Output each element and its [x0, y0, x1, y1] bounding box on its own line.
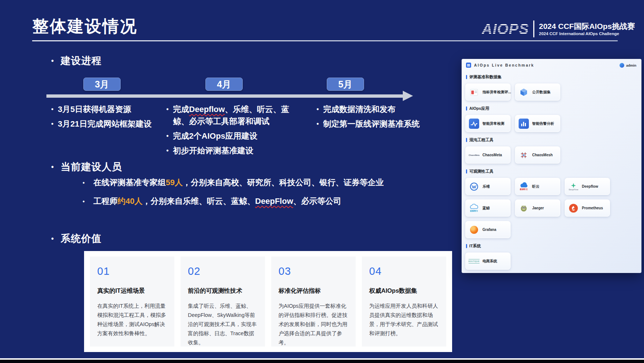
benchmark-card-chaosmesh[interactable]: ChaosMesh [515, 146, 560, 164]
section-bar-icon [466, 75, 467, 79]
section-label: AIOps应用 [466, 106, 638, 111]
list-item: 完成2个AIOps应用建设 [166, 130, 297, 142]
list-item: 完成数据清洗和发布 [317, 103, 444, 115]
card-title: 前沿的可观测性技术 [188, 287, 258, 295]
benchmark-card-public-dataset[interactable]: 公开数据集 [515, 83, 560, 101]
month-pill-may: 5月 [327, 78, 364, 91]
spellcheck-underline: Deepflow [189, 105, 225, 114]
list-item: 3月21日完成网站框架建设 [51, 118, 165, 130]
benchmark-card-prometheus[interactable]: Prometheus [565, 199, 610, 217]
aiops-benchmark-panel: AIOps Live Benchmark admin 评测基准和数据集 指标异常… [462, 59, 641, 273]
lanjing-logo-icon: 蓝鲸智云 [469, 202, 480, 214]
card-body: 在真实的IT系统上，利用流量模拟和混沌工程工具，模拟多种运维场景，测试AIOps… [97, 302, 167, 338]
spellcheck-underline: DeepFlow [255, 197, 293, 206]
section-bar-icon [466, 244, 467, 248]
metric-eval-icon [469, 86, 480, 98]
benchmark-card-ecommerce[interactable]: BOUTIQUE 电商系统 [465, 252, 511, 270]
list-item: 工程师约40人，分别来自乐维、听云、蓝鲸、DeepFlow、必示等公司 [83, 196, 384, 207]
team-list: 在线评测基准专家组59人，分别来自高校、研究所、科技公司、银行、证券等企业 工程… [83, 177, 384, 214]
month-pill-march: 3月 [83, 78, 121, 91]
panel-header: AIOps Live Benchmark admin [462, 59, 641, 69]
challenge-logo: AIOPS 2024 CCF国际AIOps挑战赛 2024 CCF Intern… [482, 20, 635, 37]
chaosmesh-logo-icon [518, 149, 529, 161]
section-bar-icon [466, 169, 467, 173]
alert-analysis-icon [518, 117, 529, 130]
app-logo-icon [466, 63, 471, 68]
lewei-logo-icon [469, 180, 480, 193]
benchmark-card-jaeger[interactable]: Jaeger [515, 199, 560, 217]
card-body: 为运维应用开发人员和科研人员提供真实的运维数据和场景，用于学术研究、产品测试和评… [369, 302, 439, 338]
list-item: 制定第一版线评测基准系统 [317, 118, 444, 130]
app-title: AIOps Live Benchmark [474, 63, 534, 67]
boutique-logo-icon: BOUTIQUE [469, 255, 480, 267]
section-label: 混沌工程工具 [466, 137, 638, 143]
section-label: 可观测性工具 [466, 169, 638, 174]
benchmark-card-grafana[interactable]: Grafana [465, 221, 511, 238]
section-label: 评测基准和数据集 [466, 74, 638, 80]
team-heading: 当前建设人员 [51, 160, 122, 173]
tingyun-logo-icon: 基调听云 [518, 180, 529, 193]
highlight-count: 59人 [166, 178, 183, 187]
value-heading: 系统价值 [51, 232, 102, 245]
list-item: 在线评测基准专家组59人，分别来自高校、研究所、科技公司、银行、证券等企业 [83, 177, 384, 189]
value-card-04: 04 权威AIOps数据集 为运维应用开发人员和科研人员提供真实的运维数据和场景… [362, 257, 446, 347]
value-card-02: 02 前沿的可观测性技术 集成了听云、乐维、蓝鲸、DeepFlow、SkyWal… [181, 257, 265, 347]
list-item: 3月5日获得机器资源 [51, 103, 165, 115]
team-heading-label: 当前建设人员 [61, 160, 122, 173]
benchmark-card-lanjing[interactable]: 蓝鲸智云 蓝鲸 [465, 199, 511, 217]
section-bar-icon [466, 138, 467, 142]
value-heading-label: 系统价值 [61, 232, 102, 245]
timeline-arrowhead-icon [403, 91, 413, 101]
logo-divider [533, 20, 534, 37]
benchmark-card-tingyun[interactable]: 基调听云 听云 [515, 178, 560, 195]
jaeger-logo-icon [518, 202, 529, 214]
progress-heading: 建设进程 [51, 54, 102, 67]
april-items: 完成Deepflow、乐维、听云、蓝鲸、必示等工具部署和调试 完成2个AIOps… [166, 103, 297, 159]
username-label: admin [626, 63, 636, 67]
list-item: 初步开始评测基准建设 [166, 145, 297, 157]
benchmark-card-anomaly-detect[interactable]: 智能异常检测 [465, 115, 511, 132]
progress-heading-label: 建设进程 [61, 54, 102, 67]
card-number: 04 [369, 265, 439, 277]
card-number: 03 [279, 265, 348, 277]
value-card-01: 01 真实的IT运维场景 在真实的IT系统上，利用流量模拟和混沌工程工具，模拟多… [90, 257, 174, 347]
section-bar-icon [466, 106, 467, 111]
list-item: 完成Deepflow、乐维、听云、蓝鲸、必示等工具部署和调试 [166, 103, 297, 127]
avatar[interactable] [620, 63, 624, 68]
bottom-bar [0, 360, 644, 363]
user-menu[interactable]: admin [620, 63, 636, 68]
month-pill-april: 4月 [205, 78, 243, 91]
value-cards-container: 01 真实的IT运维场景 在真实的IT系统上，利用流量模拟和混沌工程工具，模拟多… [84, 251, 452, 352]
anomaly-detect-icon [469, 117, 480, 130]
benchmark-card-deepflow[interactable]: DeepFlow Deepflow [565, 178, 610, 195]
march-items: 3月5日获得机器资源 3月21日完成网站框架建设 [51, 103, 165, 132]
card-number: 02 [188, 265, 258, 277]
card-title: 权威AIOps数据集 [369, 287, 439, 295]
chaosmeta-logo-icon: ChaosMeta [469, 149, 480, 161]
card-title: 标准化评估指标 [279, 287, 348, 295]
prometheus-logo-icon [568, 202, 579, 214]
may-items: 完成数据清洗和发布 制定第一版线评测基准系统 [317, 103, 444, 132]
challenge-title-cn: 2024 CCF国际AIOps挑战赛 [539, 22, 635, 31]
section-label: IT系统 [466, 243, 638, 249]
dataset-cube-icon [518, 86, 529, 98]
highlight-count: 约40人 [118, 197, 143, 206]
benchmark-card-alert-analysis[interactable]: 智能告警分析 [515, 115, 560, 132]
value-card-03: 03 标准化评估指标 为AIOps应用提供一套标准化的评估指标和排行榜。促进技术… [271, 257, 356, 347]
timeline-arrow [46, 94, 403, 98]
card-body: 集成了听云、乐维、蓝鲸、DeepFlow、SkyWalking等前沿的可观测技术… [188, 302, 258, 347]
slide: 整体建设情况 AIOPS 2024 CCF国际AIOps挑战赛 2024 CCF… [0, 0, 644, 363]
page-title: 整体建设情况 [32, 15, 137, 37]
benchmark-card-chaosmeta[interactable]: ChaosMeta ChaosMeta [465, 146, 511, 164]
title-underline [32, 40, 618, 41]
grafana-logo-icon [469, 224, 480, 236]
deepflow-logo-icon: DeepFlow [568, 180, 579, 193]
benchmark-card-lewei[interactable]: 乐维 [465, 178, 511, 195]
card-body: 为AIOps应用提供一套标准化的评估指标和排行榜。促进技术的发展和创新，同时也为… [279, 302, 348, 347]
benchmark-card-metric-eval[interactable]: 指标异常检测评... [465, 83, 511, 101]
card-title: 真实的IT运维场景 [97, 287, 167, 295]
aiops-logo-icon: AIOPS [482, 21, 529, 37]
challenge-title-en: 2024 CCF International AIOps Challenge [539, 31, 635, 36]
card-number: 01 [97, 265, 167, 277]
